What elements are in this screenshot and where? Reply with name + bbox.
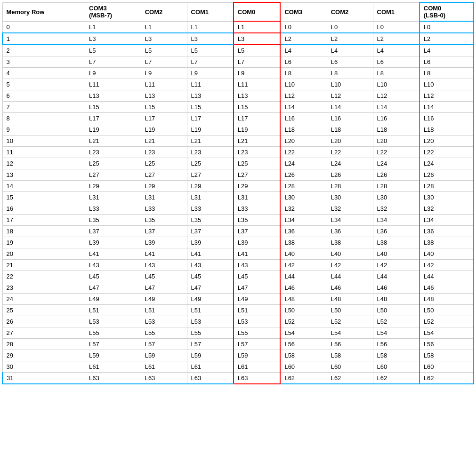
cell-com3-left: L1 bbox=[85, 21, 141, 33]
cell-com1-left: L25 bbox=[187, 158, 234, 169]
cell-com3-right: L4 bbox=[280, 45, 327, 56]
cell-memory-row: 30 bbox=[2, 361, 85, 373]
cell-memory-row: 3 bbox=[2, 56, 85, 68]
cell-com3-left: L41 bbox=[85, 248, 141, 260]
table-row: 29L59L59L59L59L58L58L58L58 bbox=[2, 350, 474, 361]
cell-com1-right: L22 bbox=[373, 147, 420, 158]
cell-com3-right: L36 bbox=[280, 226, 327, 237]
cell-com2-left: L53 bbox=[141, 316, 187, 327]
cell-com1-right: L36 bbox=[373, 226, 420, 237]
cell-com0-right: L52 bbox=[420, 316, 474, 327]
cell-com1-left: L45 bbox=[187, 271, 234, 282]
cell-com0-right: L18 bbox=[420, 124, 474, 135]
cell-com2-right: L60 bbox=[327, 361, 373, 373]
col-header-com2-left: COM2 bbox=[141, 2, 187, 21]
cell-com2-right: L26 bbox=[327, 169, 373, 181]
cell-com1-right: L50 bbox=[373, 305, 420, 316]
cell-com2-left: L45 bbox=[141, 271, 187, 282]
cell-com2-right: L12 bbox=[327, 90, 373, 102]
cell-com2-left: L13 bbox=[141, 90, 187, 102]
cell-com0-left: L27 bbox=[234, 169, 281, 181]
cell-com2-left: L61 bbox=[141, 361, 187, 373]
cell-com1-right: L26 bbox=[373, 169, 420, 181]
cell-com3-right: L46 bbox=[280, 282, 327, 294]
cell-com2-right: L0 bbox=[327, 21, 373, 33]
cell-com1-right: L54 bbox=[373, 327, 420, 339]
cell-com3-right: L24 bbox=[280, 158, 327, 169]
cell-com3-right: L14 bbox=[280, 102, 327, 113]
cell-com1-right: L56 bbox=[373, 339, 420, 350]
cell-com1-left: L9 bbox=[187, 68, 234, 79]
cell-com0-left: L61 bbox=[234, 361, 281, 373]
cell-com2-left: L55 bbox=[141, 327, 187, 339]
cell-com0-right: L30 bbox=[420, 192, 474, 203]
table-row: 2L5L5L5L5L4L4L4L4 bbox=[2, 45, 474, 56]
cell-memory-row: 4 bbox=[2, 68, 85, 79]
cell-memory-row: 15 bbox=[2, 192, 85, 203]
cell-com0-left: L17 bbox=[234, 113, 281, 124]
cell-memory-row: 13 bbox=[2, 169, 85, 181]
cell-com2-left: L7 bbox=[141, 56, 187, 68]
cell-com0-right: L50 bbox=[420, 305, 474, 316]
cell-memory-row: 28 bbox=[2, 339, 85, 350]
table-row: 0L1L1L1L1L0L0L0L0 bbox=[2, 21, 474, 33]
cell-com0-left: L41 bbox=[234, 248, 281, 260]
cell-com0-right: L10 bbox=[420, 79, 474, 90]
col-header-com1-right: COM1 bbox=[373, 2, 420, 21]
cell-com1-left: L23 bbox=[187, 147, 234, 158]
cell-memory-row: 24 bbox=[2, 294, 85, 305]
cell-com2-left: L29 bbox=[141, 181, 187, 192]
cell-com1-left: L11 bbox=[187, 79, 234, 90]
cell-com2-right: L46 bbox=[327, 282, 373, 294]
cell-com2-left: L19 bbox=[141, 124, 187, 135]
cell-com3-right: L58 bbox=[280, 350, 327, 361]
cell-com3-left: L59 bbox=[85, 350, 141, 361]
cell-com3-left: L35 bbox=[85, 215, 141, 226]
col-header-com3-right: COM3 bbox=[280, 2, 327, 21]
col-header-com1-left: COM1 bbox=[187, 2, 234, 21]
cell-com2-left: L63 bbox=[141, 373, 187, 384]
cell-com0-left: L39 bbox=[234, 237, 281, 248]
cell-com0-left: L7 bbox=[234, 56, 281, 68]
cell-com0-right: L12 bbox=[420, 90, 474, 102]
cell-com3-right: L20 bbox=[280, 135, 327, 147]
cell-com2-right: L62 bbox=[327, 373, 373, 384]
cell-com0-left: L9 bbox=[234, 68, 281, 79]
cell-com1-right: L0 bbox=[373, 21, 420, 33]
cell-com1-left: L1 bbox=[187, 21, 234, 33]
cell-com1-left: L29 bbox=[187, 181, 234, 192]
table-row: 22L45L45L45L45L44L44L44L44 bbox=[2, 271, 474, 282]
cell-com1-right: L60 bbox=[373, 361, 420, 373]
cell-com3-right: L26 bbox=[280, 169, 327, 181]
cell-com1-left: L57 bbox=[187, 339, 234, 350]
table-row: 5L11L11L11L11L10L10L10L10 bbox=[2, 79, 474, 90]
cell-com0-right: L48 bbox=[420, 294, 474, 305]
cell-com0-left: L31 bbox=[234, 192, 281, 203]
cell-com3-left: L61 bbox=[85, 361, 141, 373]
cell-com0-right: L22 bbox=[420, 147, 474, 158]
cell-com0-right: L6 bbox=[420, 56, 474, 68]
cell-com1-right: L48 bbox=[373, 294, 420, 305]
table-row: 4L9L9L9L9L8L8L8L8 bbox=[2, 68, 474, 79]
table-row: 21L43L43L43L43L42L42L42L42 bbox=[2, 260, 474, 271]
table-row: 31L63L63L63L63L62L62L62L62 bbox=[2, 373, 474, 384]
cell-com3-left: L9 bbox=[85, 68, 141, 79]
cell-com2-right: L56 bbox=[327, 339, 373, 350]
table-row: 30L61L61L61L61L60L60L60L60 bbox=[2, 361, 474, 373]
table-row: 23L47L47L47L47L46L46L46L46 bbox=[2, 282, 474, 294]
cell-memory-row: 27 bbox=[2, 327, 85, 339]
cell-com0-left: L49 bbox=[234, 294, 281, 305]
cell-com0-right: L20 bbox=[420, 135, 474, 147]
cell-com0-left: L45 bbox=[234, 271, 281, 282]
cell-memory-row: 5 bbox=[2, 79, 85, 90]
cell-com0-right: L4 bbox=[420, 45, 474, 56]
cell-com2-left: L37 bbox=[141, 226, 187, 237]
cell-com0-left: L19 bbox=[234, 124, 281, 135]
cell-com2-left: L27 bbox=[141, 169, 187, 181]
table-row: 24L49L49L49L49L48L48L48L48 bbox=[2, 294, 474, 305]
col-header-com0-lsb: COM0(LSB-0) bbox=[420, 2, 474, 21]
cell-memory-row: 17 bbox=[2, 215, 85, 226]
cell-memory-row: 23 bbox=[2, 282, 85, 294]
cell-com3-right: L18 bbox=[280, 124, 327, 135]
cell-com1-left: L21 bbox=[187, 135, 234, 147]
